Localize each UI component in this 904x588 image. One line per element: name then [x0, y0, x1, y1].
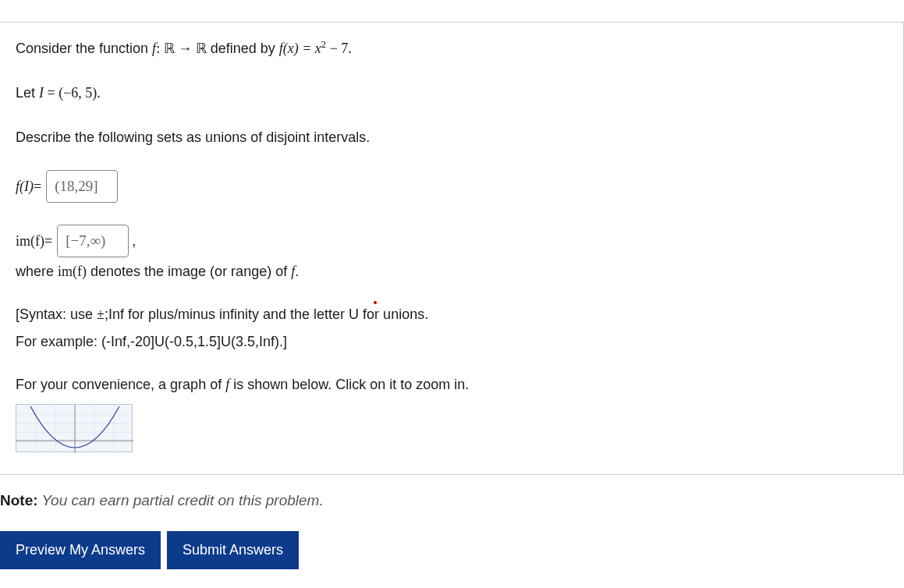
- math-eq: = (−6, 5).: [44, 85, 101, 101]
- note-text: You can earn partial credit on this prob…: [38, 492, 324, 508]
- graph-caption: For your convenience, a graph of f is sh…: [16, 374, 888, 396]
- syntax-line-1: [Syntax: use ±;Inf for plus/minus infini…: [16, 303, 888, 326]
- text: where: [16, 264, 58, 279]
- input-value: (18,29]: [55, 178, 97, 195]
- problem-line-3: Describe the following sets as unions of…: [16, 126, 888, 149]
- text: defined by: [207, 41, 279, 56]
- math-R: ℝ: [164, 41, 175, 56]
- math-tail: − 7.: [326, 41, 352, 56]
- math-colon: :: [156, 41, 164, 56]
- text: [Syntax: use: [16, 306, 97, 322]
- math-arrow: →: [175, 41, 196, 56]
- answer-input-im[interactable]: [−7,∞): [57, 225, 129, 257]
- preview-button[interactable]: Preview My Answers: [0, 531, 161, 569]
- math-fx: f(x) = x: [279, 41, 321, 56]
- text: denotes the image (or range) of: [87, 264, 291, 279]
- label-fI: f(I): [16, 179, 34, 195]
- text: Let: [16, 85, 39, 101]
- button-row: Preview My Answers Submit Answers: [0, 531, 904, 569]
- text: .: [295, 264, 299, 279]
- where-line: where im(f) denotes the image (or range)…: [16, 260, 888, 283]
- syntax-line-2: For example: (-Inf,-20]U(-0.5,1.5]U(3.5,…: [16, 331, 888, 353]
- input-value: [−7,∞): [66, 232, 105, 250]
- answer-row-fI: f(I) = (18,29]: [16, 170, 888, 203]
- math-R: ℝ: [196, 41, 207, 56]
- note-row: Note: You can earn partial credit on thi…: [0, 492, 904, 509]
- answer-row-im: im(f) = [−7,∞) ,: [16, 225, 888, 257]
- text: ;Inf for plus/minus infinity and the let…: [105, 306, 428, 322]
- problem-line-2: Let I = (−6, 5).: [16, 82, 888, 104]
- text: is shown below. Click on it to zoom in.: [229, 377, 469, 392]
- eq-sign: =: [34, 179, 41, 195]
- text: Consider the function: [16, 41, 152, 56]
- parabola-icon: [16, 405, 133, 453]
- text: For your convenience, a graph of: [16, 377, 225, 392]
- problem-line-1: Consider the function f: ℝ → ℝ defined b…: [16, 37, 888, 60]
- answer-input-fI[interactable]: (18,29]: [46, 170, 118, 203]
- note-label: Note:: [0, 492, 38, 508]
- cursor-dot: [374, 301, 377, 304]
- eq-sign: =: [44, 233, 52, 250]
- math-im: im(f): [58, 264, 87, 279]
- label-im: im(f): [16, 233, 44, 250]
- problem-container: Consider the function f: ℝ → ℝ defined b…: [0, 22, 904, 475]
- submit-button[interactable]: Submit Answers: [167, 531, 299, 569]
- graph-thumbnail[interactable]: [16, 404, 133, 452]
- comma: ,: [132, 233, 136, 250]
- pm-sign: ±: [97, 306, 105, 322]
